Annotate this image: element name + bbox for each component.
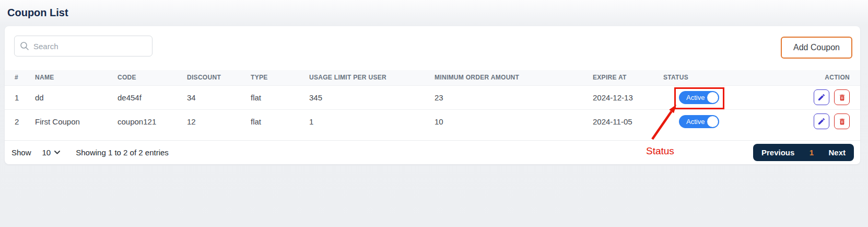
coupon-table: # NAME CODE DISCOUNT TYPE USAGE LIMIT PE… bbox=[5, 70, 860, 133]
page-size-value: 10 bbox=[42, 148, 51, 157]
status-toggle-label: Active bbox=[686, 118, 705, 126]
col-header-code: CODE bbox=[118, 70, 187, 85]
cell-type: flat bbox=[251, 109, 309, 133]
cell-discount: 34 bbox=[187, 85, 251, 109]
cell-discount: 12 bbox=[187, 109, 251, 133]
edit-button[interactable] bbox=[814, 114, 829, 129]
cell-min-order: 10 bbox=[435, 109, 593, 133]
coupon-card: Add Coupon # NAME CODE DISCOUNT TYPE USA… bbox=[5, 26, 860, 164]
pagination: Previous 1 Next bbox=[753, 144, 854, 161]
col-header-name: NAME bbox=[35, 70, 118, 85]
annotation-label: Status bbox=[646, 145, 674, 157]
cell-index: 1 bbox=[5, 85, 35, 109]
col-header-type: TYPE bbox=[251, 70, 309, 85]
col-header-action: ACTION bbox=[810, 70, 860, 85]
status-toggle[interactable]: Active bbox=[679, 91, 719, 104]
cell-type: flat bbox=[251, 85, 309, 109]
cell-name: dd bbox=[35, 85, 118, 109]
col-header-expire-at: EXPIRE AT bbox=[593, 70, 663, 85]
page-size-select[interactable]: 10 bbox=[42, 148, 61, 157]
cell-action bbox=[810, 109, 860, 133]
delete-button[interactable] bbox=[834, 89, 850, 105]
cell-expire-at: 2024-12-13 bbox=[593, 85, 663, 109]
cell-expire-at: 2024-11-05 bbox=[593, 109, 663, 133]
page-title: Coupon List bbox=[0, 0, 868, 19]
coupon-list-page: Coupon List Add Coupon bbox=[0, 0, 868, 227]
status-toggle[interactable]: Active bbox=[679, 115, 719, 128]
toggle-knob bbox=[707, 92, 718, 103]
cell-index: 2 bbox=[5, 109, 35, 133]
chevron-down-icon bbox=[54, 151, 60, 154]
cell-code: coupon121 bbox=[118, 109, 187, 133]
next-button[interactable]: Next bbox=[828, 148, 846, 157]
edit-button[interactable] bbox=[814, 89, 829, 105]
table-header-row: # NAME CODE DISCOUNT TYPE USAGE LIMIT PE… bbox=[5, 70, 860, 85]
toggle-knob bbox=[707, 116, 718, 127]
show-label: Show bbox=[11, 148, 31, 157]
cell-status: Active bbox=[663, 85, 810, 109]
col-header-status: STATUS bbox=[663, 70, 810, 85]
cell-usage-limit: 345 bbox=[309, 85, 435, 109]
table-row: 2 First Coupon coupon121 12 flat 1 10 20… bbox=[5, 109, 860, 133]
search-box bbox=[14, 36, 153, 56]
cell-usage-limit: 1 bbox=[309, 109, 435, 133]
cell-code: de454f bbox=[118, 85, 187, 109]
table-toolbar: Add Coupon bbox=[5, 26, 860, 70]
col-header-discount: DISCOUNT bbox=[187, 70, 251, 85]
cell-status: Active bbox=[663, 109, 810, 133]
col-header-usage-limit: USAGE LIMIT PER USER bbox=[309, 70, 435, 85]
cell-action bbox=[810, 85, 860, 109]
table-row: 1 dd de454f 34 flat 345 23 2024-12-13 Ac… bbox=[5, 85, 860, 109]
previous-button[interactable]: Previous bbox=[761, 148, 794, 157]
col-header-min-order: MINIMUM ORDER AMOUNT bbox=[435, 70, 593, 85]
delete-button[interactable] bbox=[834, 114, 850, 129]
col-header-index: # bbox=[5, 70, 35, 85]
entries-summary: Showing 1 to 2 of 2 entries bbox=[76, 148, 169, 157]
status-toggle-label: Active bbox=[686, 94, 705, 101]
table-footer: Show 10 Showing 1 to 2 of 2 entries Prev… bbox=[5, 140, 860, 164]
add-coupon-button[interactable]: Add Coupon bbox=[781, 37, 852, 59]
search-input[interactable] bbox=[14, 36, 153, 56]
cell-min-order: 23 bbox=[435, 85, 593, 109]
cell-name: First Coupon bbox=[35, 109, 118, 133]
current-page[interactable]: 1 bbox=[810, 148, 814, 157]
